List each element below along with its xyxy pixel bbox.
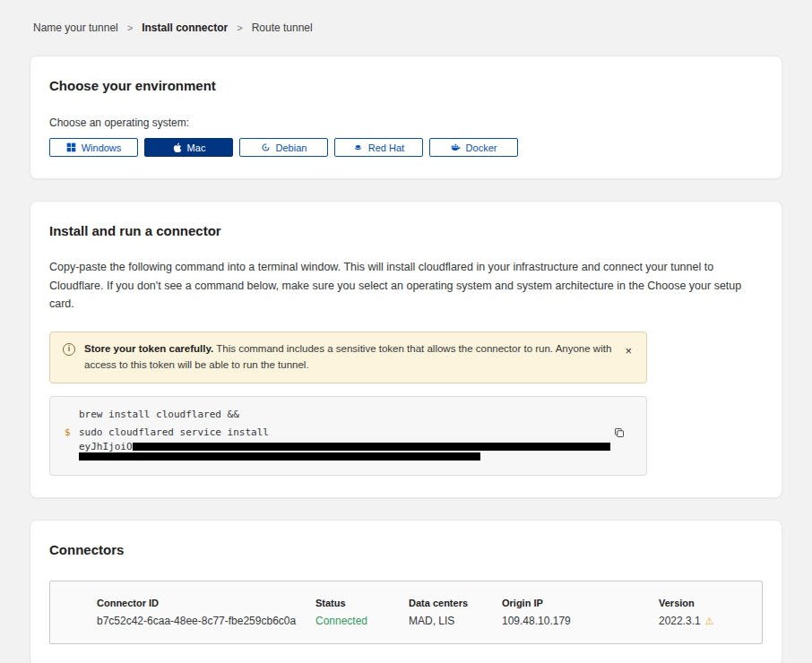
install-card: Install and run a connector Copy-paste t… [30,201,782,498]
column-header-connector-id: Connector ID [97,598,315,608]
token-warning-banner: i Store your token carefully. This comma… [49,332,647,383]
apple-icon [172,142,182,152]
os-button-debian[interactable]: Debian [239,138,328,157]
table-row: b7c52c42-6caa-48ee-8c77-fbe259cb6c0a Con… [50,608,762,643]
windows-icon [66,142,76,152]
debian-icon [261,142,271,152]
install-command-code-block: brew install cloudflared && $ sudo cloud… [49,396,647,476]
connectors-table-header: Connector ID Status Data centers Origin … [50,581,762,608]
breadcrumb-item-route-tunnel[interactable]: Route tunnel [252,22,313,34]
redhat-icon [353,142,363,152]
os-button-label: Debian [276,142,307,153]
os-button-label: Docker [466,142,497,153]
cell-data-centers: MAD, LIS [409,615,502,627]
cell-version: 2022.3.1⚠ [659,615,740,627]
docker-icon [451,142,461,152]
environment-card-title: Choose your environment [49,78,763,93]
os-button-label: Mac [187,142,206,153]
token-line: eyJhIjoiO [65,442,632,452]
terminal-prompt: $ [65,424,79,442]
connectors-card: Connectors Connector ID Status Data cent… [30,520,782,663]
column-header-origin-ip: Origin IP [502,598,659,608]
connectors-card-title: Connectors [49,542,763,557]
code-line-brew: brew install cloudflared && [65,406,632,424]
breadcrumb-separator: > [237,22,242,33]
code-line-service-install: $ sudo cloudflared service install [65,424,632,442]
token-warning-bold: Store your token carefully. [84,343,213,354]
breadcrumb-item-name-your-tunnel[interactable]: Name your tunnel [33,22,118,34]
column-header-status: Status [315,598,409,608]
breadcrumb: Name your tunnel > Install connector > R… [30,22,782,34]
environment-card: Choose your environment Choose an operat… [30,56,782,179]
close-icon[interactable]: × [621,343,635,358]
copy-icon [614,427,625,438]
cell-status: Connected [315,615,409,627]
redacted-token-bar [79,452,480,461]
column-header-version: Version [659,598,740,608]
install-card-title: Install and run a connector [49,223,763,238]
column-header-data-centers: Data centers [409,598,502,608]
token-warning-text: Store your token carefully. This command… [84,341,612,374]
tunnel-setup-page: Name your tunnel > Install connector > R… [0,0,812,663]
info-icon: i [63,343,75,356]
os-button-label: Windows [82,142,122,153]
redacted-token-bar [133,443,610,451]
os-button-windows[interactable]: Windows [49,138,138,157]
install-description: Copy-paste the following command into a … [49,258,763,314]
token-prefix: eyJhIjoiO [79,442,133,452]
os-select-label: Choose an operating system: [49,116,763,129]
os-button-mac[interactable]: Mac [144,138,233,157]
os-button-redhat[interactable]: Red Hat [334,138,423,157]
token-line-2 [65,452,632,461]
os-button-docker[interactable]: Docker [429,138,518,157]
cell-connector-id: b7c52c42-6caa-48ee-8c77-fbe259cb6c0a [97,615,315,627]
connectors-table: Connector ID Status Data centers Origin … [49,581,763,644]
os-button-group: Windows Mac Debian Red Hat Docker [49,138,763,157]
os-button-label: Red Hat [368,142,404,153]
breadcrumb-separator: > [127,22,133,33]
cell-origin-ip: 109.48.10.179 [502,615,659,627]
version-warning-icon: ⚠ [705,616,714,626]
breadcrumb-item-install-connector[interactable]: Install connector [142,22,228,34]
copy-button[interactable] [612,426,626,440]
